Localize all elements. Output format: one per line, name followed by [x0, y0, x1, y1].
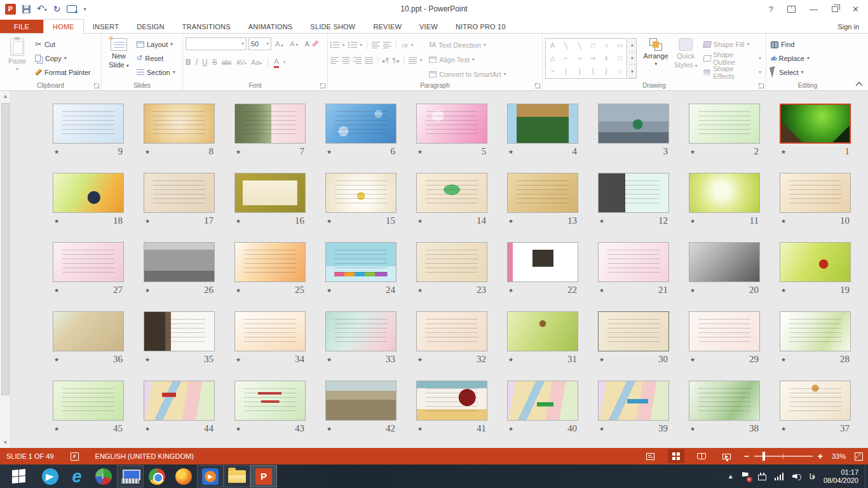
slide-thumbnail-15[interactable] — [325, 173, 397, 213]
quick-styles-button[interactable]: Quick Styles ▾ — [672, 36, 700, 80]
paste-button[interactable]: Paste ▾ — [3, 36, 32, 80]
font-color-button[interactable]: A — [274, 57, 279, 68]
taskbar-onscreen-keyboard-icon[interactable] — [117, 465, 144, 487]
normal-view-button[interactable] — [642, 449, 659, 463]
taskbar-media-player-icon[interactable]: ▶ — [197, 465, 224, 487]
shapes-gallery[interactable]: A╲╲□○▭△⌐¬⇒⇓□~(){}☆ — [545, 38, 627, 79]
arrange-button[interactable]: Arrange ▾ — [642, 36, 670, 80]
shrink-font-button[interactable]: A▼ — [288, 37, 301, 50]
shape-glyph[interactable]: } — [606, 68, 607, 75]
animation-star-icon[interactable]: ★ — [327, 149, 332, 155]
reading-view-button[interactable] — [693, 449, 710, 463]
ribbon-display-options-icon[interactable] — [787, 6, 796, 13]
shapes-scroll-up-icon[interactable]: ▲ — [628, 39, 636, 52]
bullets-icon[interactable] — [330, 42, 339, 48]
clear-formatting-button[interactable]: A — [303, 37, 321, 50]
animation-star-icon[interactable]: ★ — [54, 149, 59, 155]
justify-icon[interactable] — [365, 57, 373, 64]
text-direction-button[interactable]: ‖AText Direction▾ — [427, 39, 508, 51]
animation-star-icon[interactable]: ★ — [781, 287, 786, 294]
slide-thumbnail-21[interactable] — [598, 242, 669, 282]
slide-thumbnail-27[interactable] — [53, 242, 124, 282]
replace-button[interactable]: ab Replace▾ — [769, 52, 811, 64]
shapes-scroll-down-icon[interactable]: ▼ — [628, 52, 636, 65]
numbering-icon[interactable] — [348, 42, 357, 48]
hidden-icons-arrow[interactable]: ▲ — [728, 473, 734, 480]
section-button[interactable]: Section▾ — [135, 66, 177, 78]
slide-thumbnail-43[interactable] — [234, 381, 306, 421]
reset-button[interactable]: ↺ Reset — [135, 52, 177, 64]
animation-star-icon[interactable]: ★ — [599, 218, 604, 224]
slide-thumbnail-36[interactable] — [53, 311, 124, 351]
slide-thumbnail-2[interactable] — [689, 104, 760, 144]
taskbar-telegram-icon[interactable] — [37, 464, 64, 488]
slide-thumbnail-13[interactable] — [507, 173, 578, 213]
language-status[interactable]: ENGLISH (UNITED KINGDOM) — [95, 452, 194, 460]
slide-thumbnail-28[interactable] — [780, 311, 851, 351]
animation-star-icon[interactable]: ★ — [327, 356, 332, 363]
shape-glyph[interactable]: ☆ — [617, 68, 623, 75]
animation-star-icon[interactable]: ★ — [54, 356, 59, 363]
font-dialog-launcher[interactable] — [320, 83, 325, 88]
tab-transitions[interactable]: TRANSITIONS — [173, 20, 240, 33]
slide-thumbnail-10[interactable] — [780, 173, 851, 213]
taskbar-internet-explorer-icon[interactable]: e — [64, 464, 90, 488]
slide-thumbnail-38[interactable] — [689, 381, 760, 421]
slide-thumbnail-11[interactable] — [689, 173, 760, 213]
slide-thumbnail-24[interactable] — [325, 242, 397, 282]
clipboard-dialog-launcher[interactable] — [94, 83, 99, 88]
zoom-slider[interactable] — [754, 456, 813, 457]
animation-star-icon[interactable]: ★ — [327, 287, 332, 294]
animation-star-icon[interactable]: ★ — [781, 218, 786, 224]
slide-thumbnail-18[interactable] — [53, 173, 124, 213]
slide-thumbnail-29[interactable] — [689, 311, 760, 351]
animation-star-icon[interactable]: ★ — [145, 218, 150, 224]
shape-glyph[interactable]: ~ — [551, 68, 555, 75]
change-case-button[interactable]: Aa▾ — [251, 58, 262, 66]
slide-thumbnail-32[interactable] — [416, 311, 487, 351]
animation-star-icon[interactable]: ★ — [236, 356, 241, 363]
animation-star-icon[interactable]: ★ — [145, 426, 150, 432]
animation-star-icon[interactable]: ★ — [236, 218, 241, 224]
slide-thumbnail-45[interactable] — [53, 381, 124, 421]
close-icon[interactable]: ✕ — [852, 4, 859, 14]
animation-star-icon[interactable]: ★ — [781, 149, 786, 155]
sign-in-link[interactable]: Sign in — [837, 23, 859, 30]
animation-star-icon[interactable]: ★ — [781, 356, 786, 363]
grow-font-button[interactable]: A▲ — [273, 37, 286, 50]
shape-glyph[interactable]: ▭ — [617, 42, 623, 49]
slide-sorter-view-button[interactable] — [668, 449, 684, 463]
tab-review[interactable]: REVIEW — [364, 20, 410, 33]
tab-file[interactable]: FILE — [0, 20, 43, 33]
shape-glyph[interactable]: ¬ — [578, 55, 581, 62]
clock[interactable]: 01:17 08/04/2020 — [824, 468, 861, 485]
slide-thumbnail-40[interactable] — [507, 381, 578, 421]
character-spacing-button[interactable]: AV▾ — [236, 59, 247, 66]
network-signal-icon[interactable] — [775, 473, 784, 480]
slide-counter[interactable]: SLIDE 1 OF 49 — [6, 452, 54, 460]
drawing-dialog-launcher[interactable] — [759, 83, 764, 88]
shape-effects-button[interactable]: Shape Effects▾ — [702, 66, 763, 78]
slide-thumbnail-33[interactable] — [325, 311, 397, 351]
shape-glyph[interactable]: ) — [578, 68, 580, 75]
slide-thumbnail-17[interactable] — [144, 173, 215, 213]
animation-star-icon[interactable]: ★ — [54, 287, 59, 294]
tab-slide-show[interactable]: SLIDE SHOW — [301, 20, 364, 33]
align-center-icon[interactable] — [342, 57, 350, 64]
show-desktop-button[interactable] — [865, 464, 868, 488]
animation-star-icon[interactable]: ★ — [54, 426, 59, 432]
ltr-text-icon[interactable]: ▸¶ — [383, 57, 389, 64]
slide-thumbnail-8[interactable] — [144, 104, 215, 144]
shape-glyph[interactable]: □ — [618, 55, 621, 62]
action-center-flag-icon[interactable] — [742, 472, 750, 480]
slide-show-button[interactable] — [719, 449, 735, 463]
shape-glyph[interactable]: A — [550, 42, 555, 49]
animation-star-icon[interactable]: ★ — [417, 149, 423, 155]
shape-glyph[interactable]: ⇓ — [604, 55, 609, 62]
layout-button[interactable]: Layout▾ — [135, 38, 177, 50]
fit-slide-to-window-icon[interactable] — [855, 452, 863, 461]
animation-star-icon[interactable]: ★ — [54, 218, 59, 224]
cut-button[interactable]: ✂ Cut — [33, 38, 93, 50]
zoom-in-button[interactable]: + — [818, 451, 823, 461]
zoom-level[interactable]: 33% — [832, 452, 846, 460]
